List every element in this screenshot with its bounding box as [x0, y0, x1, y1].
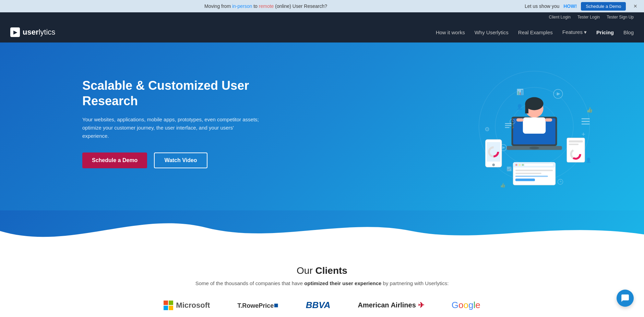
svg-text:👤: 👤 — [586, 157, 592, 163]
svg-rect-11 — [516, 118, 524, 122]
logo-icon: ▶ — [10, 27, 20, 37]
announcement-bar: Moving from in-person to remote (online)… — [0, 0, 644, 12]
hero-heading: Scalable & Customized User Research — [82, 78, 261, 109]
svg-point-26 — [518, 164, 521, 166]
nav-features[interactable]: Features ▾ — [562, 29, 587, 35]
google-text: Google — [452, 300, 480, 310]
svg-marker-37 — [557, 92, 560, 96]
svg-rect-32 — [515, 179, 535, 181]
svg-marker-40 — [502, 146, 505, 149]
ms-blue — [164, 306, 168, 310]
logo[interactable]: ▶ userlytics — [10, 27, 55, 37]
tester-login-link[interactable]: Tester Login — [577, 15, 600, 20]
client-login-link[interactable]: Client Login — [549, 15, 571, 20]
svg-text:⚙: ⚙ — [485, 126, 490, 133]
ann-text-middle: to — [252, 3, 259, 9]
clients-subtitle-bold: optimized their user experience — [304, 280, 381, 286]
svg-text:+: + — [582, 131, 585, 138]
wave-svg — [0, 210, 644, 245]
svg-text:📈: 📈 — [506, 166, 512, 172]
svg-rect-56 — [505, 125, 512, 126]
svg-rect-29 — [515, 170, 553, 171]
clients-subtitle: Some of the thousands of companies that … — [14, 280, 630, 286]
clients-heading: Our Clients — [14, 265, 630, 276]
ann-schedule-button[interactable]: Schedule a Demo — [581, 2, 626, 11]
svg-rect-55 — [505, 123, 512, 124]
svg-rect-42 — [582, 121, 590, 122]
svg-rect-19 — [569, 141, 583, 143]
nav-how-it-works[interactable]: How it works — [436, 29, 465, 35]
american-airlines-icon: ✈ — [418, 301, 424, 310]
svg-rect-10 — [523, 117, 546, 134]
ann-remote: remote — [259, 3, 274, 9]
svg-text:👍: 👍 — [586, 107, 593, 113]
secondary-nav: Client Login Tester Login Tester Sign Up — [0, 12, 644, 22]
ms-yellow — [169, 306, 173, 310]
clients-section: Our Clients Some of the thousands of com… — [0, 245, 644, 317]
svg-text:⚙: ⚙ — [549, 161, 553, 167]
microsoft-logo: Microsoft — [164, 301, 210, 310]
american-airlines-logo: American Airlines ✈ — [358, 301, 424, 310]
main-nav: ▶ userlytics How it works Why Userlytics… — [0, 22, 644, 42]
hero-schedule-button[interactable]: Schedule a Demo — [82, 153, 147, 168]
svg-text:✓: ✓ — [512, 126, 514, 129]
hero-body: Your websites, applications, mobile apps… — [82, 115, 261, 140]
nav-blog[interactable]: Blog — [623, 29, 634, 35]
logo-lytics: lytics — [38, 28, 55, 36]
svg-point-27 — [522, 164, 524, 166]
american-airlines-text: American Airlines — [358, 301, 416, 309]
bbva-logo: BBVA — [306, 300, 331, 310]
svg-text:📊: 📊 — [516, 88, 524, 96]
svg-rect-57 — [505, 127, 510, 128]
svg-rect-20 — [569, 144, 579, 145]
troweprice-text-label: T.RowePrice — [237, 302, 274, 309]
svg-text:👍: 👍 — [500, 182, 506, 188]
troweprice-logo: T.RowePrice■ — [237, 301, 278, 310]
clients-subtitle-after: by partnering with Userlytics: — [381, 280, 449, 286]
hero-content: Scalable & Customized User Research Your… — [82, 78, 261, 168]
bbva-text: BBVA — [306, 300, 331, 310]
hero-illustration: ⚙ ⚙ 📊 👍 👤 👤 📈 — [452, 61, 617, 192]
clients-heading-bold: Clients — [315, 265, 347, 276]
clients-logos: Microsoft T.RowePrice■ BBVA American Air… — [14, 300, 630, 310]
hero-section: Scalable & Customized User Research Your… — [0, 42, 644, 210]
svg-rect-41 — [582, 118, 590, 119]
tester-signup-link[interactable]: Tester Sign Up — [607, 15, 634, 20]
ann-close-button[interactable]: × — [633, 3, 637, 10]
microsoft-icon — [164, 301, 173, 310]
nav-real-examples[interactable]: Real Examples — [518, 29, 553, 35]
clients-subtitle-before: Some of the thousands of companies that … — [195, 280, 305, 286]
svg-text:👤: 👤 — [516, 103, 523, 110]
ann-how: HOW! — [563, 3, 577, 9]
chat-bubble[interactable] — [617, 290, 634, 307]
microsoft-text: Microsoft — [176, 301, 210, 310]
ann-text-before: Moving from — [204, 3, 232, 9]
svg-point-25 — [515, 164, 517, 166]
ann-right-text: Let us show you — [525, 3, 559, 9]
clients-heading-normal: Our — [297, 265, 315, 276]
hero-watch-button[interactable]: Watch Video — [154, 153, 207, 168]
announcement-right: Let us show you HOW! Schedule a Demo × — [525, 2, 637, 11]
nav-links: How it works Why Userlytics Real Example… — [436, 29, 634, 35]
svg-rect-30 — [515, 173, 541, 174]
google-logo: Google — [452, 300, 480, 310]
svg-rect-43 — [582, 123, 590, 124]
svg-point-15 — [492, 163, 495, 166]
ms-red — [164, 301, 168, 305]
svg-rect-31 — [515, 175, 548, 177]
announcement-text: Moving from in-person to remote (online)… — [7, 3, 525, 9]
ann-text-after: (online) User Research? — [274, 3, 327, 9]
nav-why-userlytics[interactable]: Why Userlytics — [475, 29, 509, 35]
wave-divider — [0, 210, 644, 245]
logo-text: userlytics — [23, 28, 55, 37]
svg-rect-12 — [545, 118, 552, 122]
nav-pricing[interactable]: Pricing — [596, 29, 614, 35]
ann-inperson: in-person — [232, 3, 252, 9]
svg-rect-9 — [525, 104, 528, 114]
svg-point-6 — [529, 147, 539, 149]
hero-buttons: Schedule a Demo Watch Video — [82, 153, 261, 168]
chat-icon — [621, 294, 630, 303]
ms-green — [169, 301, 173, 305]
logo-user: user — [23, 28, 38, 36]
